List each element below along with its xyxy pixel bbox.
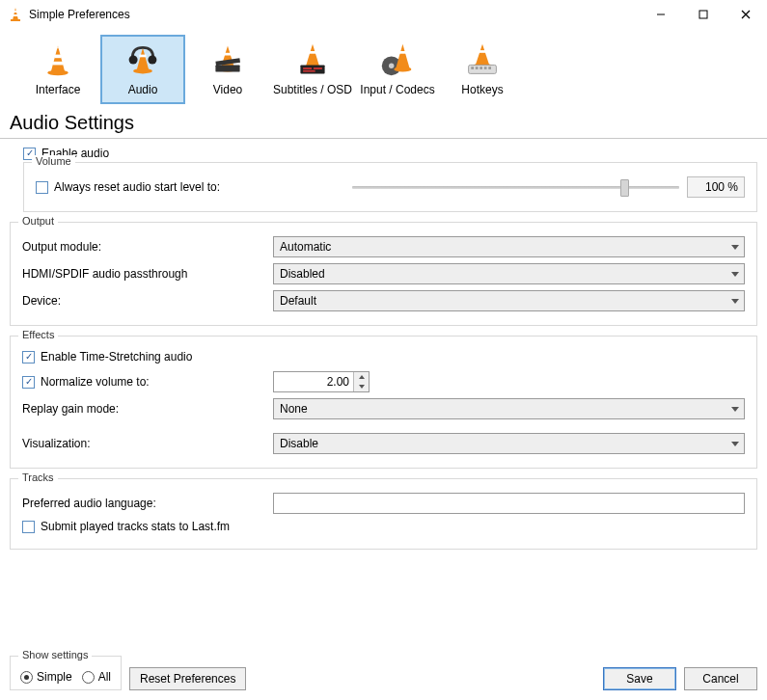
svg-marker-8 — [51, 46, 65, 72]
group-title: Tracks — [18, 471, 58, 483]
category-input-codecs[interactable]: Input / Codecs — [355, 35, 440, 104]
replay-gain-label: Replay gain mode: — [22, 402, 273, 416]
subtitle-cone-icon — [293, 40, 332, 79]
category-label: Hotkeys — [461, 83, 503, 96]
svg-marker-32 — [396, 44, 409, 68]
normalize-label: Normalize volume to: — [41, 375, 150, 389]
category-label: Input / Codecs — [360, 83, 434, 96]
cone-icon — [39, 40, 77, 79]
volume-percent-display: 100 % — [687, 176, 745, 198]
reset-preferences-button[interactable]: Reset Preferences — [129, 667, 246, 690]
radio-dot-icon — [82, 671, 95, 684]
spinner-down-button[interactable] — [354, 382, 369, 391]
svg-marker-35 — [476, 44, 489, 66]
slider-thumb[interactable] — [620, 179, 629, 197]
radio-dot-icon — [20, 671, 33, 684]
hdmi-passthrough-select[interactable]: Disabled — [273, 263, 745, 284]
category-row: Interface Audio Video Subtitles / OSD In… — [0, 29, 767, 106]
group-title: Output — [18, 215, 58, 227]
output-module-label: Output module: — [22, 240, 273, 254]
svg-rect-19 — [224, 53, 233, 56]
svg-marker-45 — [359, 385, 365, 389]
disc-cone-icon — [378, 40, 417, 79]
svg-rect-26 — [300, 65, 324, 73]
save-button[interactable]: Save — [603, 667, 676, 690]
category-label: Video — [213, 83, 242, 96]
preferred-language-label: Preferred audio language: — [22, 497, 273, 510]
group-title: Effects — [18, 329, 58, 340]
volume-group: Volume Always reset audio start level to… — [23, 162, 757, 212]
always-reset-checkbox[interactable] — [36, 181, 48, 194]
minimize-button[interactable] — [640, 0, 682, 29]
preferred-language-input[interactable] — [273, 493, 745, 514]
page-title: Audio Settings — [0, 106, 767, 139]
svg-rect-28 — [314, 67, 322, 69]
svg-rect-33 — [399, 51, 406, 54]
category-video[interactable]: Video — [185, 35, 270, 104]
svg-rect-5 — [699, 11, 707, 18]
svg-rect-11 — [53, 62, 64, 66]
device-select[interactable]: Default — [273, 290, 745, 311]
svg-point-12 — [47, 70, 68, 75]
radio-label: All — [98, 670, 111, 684]
time-stretch-checkbox[interactable] — [22, 351, 35, 363]
group-title: Volume — [32, 155, 75, 167]
window-title: Simple Preferences — [29, 8, 130, 21]
show-settings-all-radio[interactable]: All — [82, 670, 111, 684]
svg-rect-43 — [488, 67, 491, 69]
svg-rect-36 — [479, 50, 487, 53]
show-settings-simple-radio[interactable]: Simple — [20, 670, 72, 684]
svg-rect-24 — [309, 51, 317, 54]
svg-rect-39 — [471, 67, 474, 69]
svg-rect-10 — [54, 55, 61, 59]
visualization-select[interactable]: Disable — [273, 433, 745, 454]
show-settings-title: Show settings — [18, 649, 92, 660]
output-group: Output Output module: Automatic HDMI/SPD… — [10, 222, 757, 326]
close-button[interactable] — [725, 0, 767, 29]
svg-point-34 — [394, 67, 411, 71]
svg-rect-40 — [476, 67, 479, 69]
svg-rect-14 — [139, 55, 146, 58]
svg-rect-1 — [11, 19, 20, 21]
replay-gain-select[interactable]: None — [273, 398, 745, 419]
svg-rect-3 — [14, 14, 17, 16]
effects-group: Effects Enable Time-Stretching audio Nor… — [10, 336, 757, 469]
svg-rect-27 — [303, 67, 312, 69]
category-label: Subtitles / OSD — [273, 83, 352, 96]
titlebar: Simple Preferences — [0, 0, 767, 29]
vlc-app-icon — [8, 7, 23, 22]
category-label: Interface — [36, 83, 81, 96]
tracks-group: Tracks Preferred audio language: Submit … — [10, 478, 757, 550]
category-label: Audio — [128, 83, 158, 96]
category-audio[interactable]: Audio — [100, 35, 185, 104]
category-hotkeys[interactable]: Hotkeys — [440, 35, 525, 104]
svg-rect-2 — [14, 11, 17, 13]
show-settings-group: Show settings Simple All — [10, 656, 122, 690]
time-stretch-label: Enable Time-Stretching audio — [41, 350, 192, 363]
headphones-cone-icon — [123, 40, 162, 79]
svg-marker-13 — [137, 47, 150, 69]
visualization-label: Visualization: — [22, 437, 273, 450]
svg-point-15 — [133, 68, 152, 73]
category-subtitles[interactable]: Subtitles / OSD — [270, 35, 355, 104]
footer-bar: Show settings Simple All Reset Preferenc… — [10, 656, 757, 690]
spinner-up-button[interactable] — [354, 372, 369, 382]
output-module-select[interactable]: Automatic — [273, 236, 745, 257]
lastfm-checkbox[interactable] — [22, 521, 35, 533]
volume-slider[interactable] — [352, 186, 679, 189]
svg-rect-29 — [303, 70, 315, 72]
category-interface[interactable]: Interface — [15, 35, 100, 104]
svg-rect-41 — [479, 67, 482, 69]
maximize-button[interactable] — [682, 0, 725, 29]
normalize-checkbox[interactable] — [22, 376, 35, 389]
keyboard-cone-icon — [463, 40, 502, 79]
cancel-button[interactable]: Cancel — [684, 667, 757, 690]
normalize-value-spinner[interactable]: 2.00 — [273, 371, 370, 392]
svg-rect-38 — [469, 65, 497, 73]
svg-rect-21 — [215, 65, 239, 71]
svg-marker-0 — [13, 8, 18, 20]
svg-marker-23 — [306, 44, 319, 67]
svg-marker-44 — [359, 375, 365, 379]
svg-marker-9 — [57, 46, 59, 49]
svg-point-31 — [389, 64, 394, 68]
